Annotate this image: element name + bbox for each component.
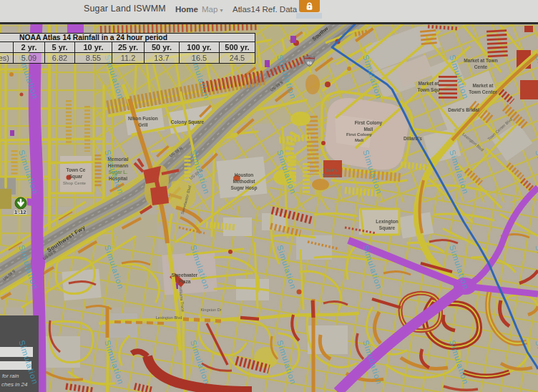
svg-text:Sweetwater: Sweetwater xyxy=(172,273,198,278)
svg-text:Sugar Hosp: Sugar Hosp xyxy=(230,185,257,191)
svg-text:Town Center: Town Center xyxy=(469,89,497,94)
svg-text:for rain: for rain xyxy=(2,373,19,379)
svg-text:ches in 24: ches in 24 xyxy=(1,381,28,388)
svg-text:Squar: Squar xyxy=(69,174,83,180)
svg-text:Houston: Houston xyxy=(235,172,254,177)
svg-text:David's Bridal: David's Bridal xyxy=(448,107,479,112)
svg-text:Nikon Fusion: Nikon Fusion xyxy=(128,116,158,121)
svg-text:1 .12: 1 .12 xyxy=(14,209,26,215)
svg-text:Market at: Market at xyxy=(419,81,440,86)
svg-text:Methodist: Methodist xyxy=(233,179,255,184)
svg-text:Market at: Market at xyxy=(473,83,494,88)
svg-text:Kingston Dr: Kingston Dr xyxy=(200,308,221,312)
svg-text:First Colony: First Colony xyxy=(355,120,383,126)
svg-text:Lexington Blvd: Lexington Blvd xyxy=(156,315,182,320)
svg-text:Town Squ: Town Squ xyxy=(417,87,439,93)
svg-text:Mall: Mall xyxy=(355,137,363,142)
svg-text:Market at Town: Market at Town xyxy=(464,58,498,63)
svg-text:Sporting: Sporting xyxy=(323,173,340,177)
svg-text:69: 69 xyxy=(307,61,312,65)
svg-text:Dick's: Dick's xyxy=(326,168,338,172)
svg-text:Square: Square xyxy=(379,225,396,231)
svg-text:Dillard's: Dillard's xyxy=(404,136,422,141)
svg-text:Grill: Grill xyxy=(138,122,147,127)
svg-text:Cente: Cente xyxy=(474,64,488,69)
svg-text:Lexington: Lexington xyxy=(376,219,398,225)
svg-text:Shop Cente: Shop Cente xyxy=(63,181,87,185)
svg-text:Mall: Mall xyxy=(364,127,373,132)
svg-text:Plaza: Plaza xyxy=(179,279,191,284)
svg-text:Colony Square: Colony Square xyxy=(171,119,205,125)
svg-text:First Colony: First Colony xyxy=(346,132,373,137)
svg-text:Town Ce: Town Ce xyxy=(67,167,86,172)
